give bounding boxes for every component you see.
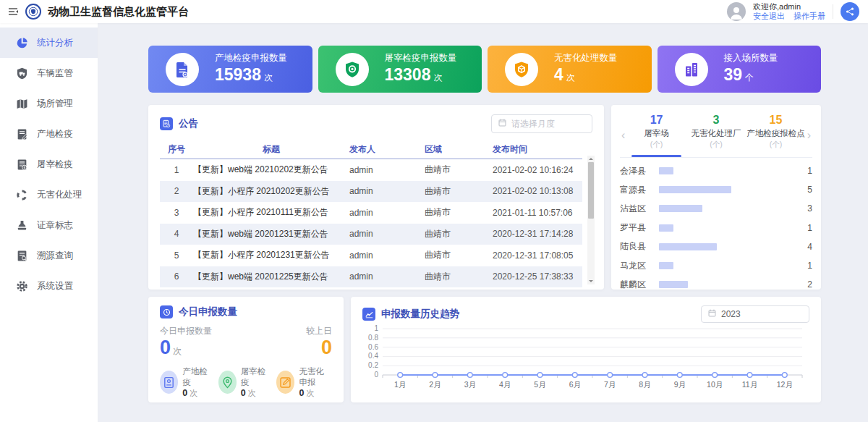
table-cell: 【更新】小程序 20210202更新公告 [193, 185, 349, 198]
sidebar-item[interactable]: 统计分析 [0, 28, 98, 58]
facility-tab[interactable]: 15产地检疫报检点(个) [746, 114, 805, 157]
stat-card-label: 接入场所数量 [724, 53, 778, 64]
month-picker[interactable] [491, 114, 592, 133]
table-cell: 2020-12-25 17:38:33 [493, 271, 582, 282]
column-header: 标题 [193, 143, 349, 156]
year-picker[interactable] [701, 305, 809, 323]
facility-tab[interactable]: 17屠宰场(个) [626, 114, 686, 157]
sidebar-item[interactable]: 产地检疫 [0, 119, 98, 149]
notice-document-icon [160, 117, 173, 130]
sidebar-item[interactable]: 溯源查询 [0, 240, 98, 271]
stamp-icon [16, 219, 28, 232]
facility-tab-label: 屠宰场 [626, 128, 686, 139]
divider [620, 157, 812, 158]
collapse-menu-icon[interactable] [7, 6, 19, 17]
logout-link[interactable]: 安全退出 [753, 12, 785, 21]
certificate-icon [160, 371, 178, 394]
svg-text:3月: 3月 [464, 380, 476, 389]
sidebar-item-label: 车辆监管 [37, 67, 73, 80]
today-panel: 今日申报数量 今日申报数量 0次 较上日 0 产地检疫0次屠宰检疫0次无害化申报… [148, 297, 344, 402]
table-cell: 4 [160, 229, 193, 239]
table-cell: 【更新】web端 20201231更新公告 [193, 228, 349, 240]
sidebar-item-label: 系统设置 [37, 280, 73, 292]
buildings-icon [675, 53, 708, 86]
svg-text:1月: 1月 [394, 380, 406, 389]
today-item: 产地检疫0次 [160, 366, 209, 399]
prev-arrow-icon[interactable]: ‹ [620, 130, 626, 141]
header-divider [833, 4, 833, 19]
today-item: 屠宰检疫0次 [218, 366, 268, 399]
table-row[interactable]: 6【更新】web端 20201225更新公告admin曲靖市2020-12-25… [160, 266, 582, 288]
clock-icon [160, 305, 173, 318]
calendar-icon [707, 308, 717, 321]
manual-link[interactable]: 操作手册 [793, 12, 825, 21]
county-row: 富源县5 [620, 180, 812, 199]
share-network-icon[interactable] [841, 2, 859, 21]
table-cell: 【更新】web端 20210202更新公告 [193, 164, 349, 176]
month-input[interactable] [511, 119, 586, 129]
recycle-icon [16, 189, 28, 201]
sidebar-item[interactable]: 屠宰检疫 [0, 149, 98, 180]
svg-text:5月: 5月 [534, 380, 545, 389]
table-cell: 【更新】小程序 20210111更新公告 [193, 206, 349, 219]
sidebar-item[interactable]: 车辆监管 [0, 58, 98, 88]
table-row[interactable]: 1【更新】web端 20210202更新公告admin曲靖市2021-02-02… [160, 159, 582, 181]
stat-card-label: 产地检疫申报数量 [215, 53, 287, 64]
county-row: 沾益区3 [620, 199, 812, 218]
county-bar [659, 224, 673, 232]
stat-card-value: 39个 [724, 64, 778, 85]
table-row[interactable]: 2【更新】小程序 20210202更新公告admin曲靖市2021-02-02 … [160, 181, 582, 203]
table-cell: 6 [160, 271, 193, 282]
sidebar-item[interactable]: 场所管理 [0, 88, 98, 119]
announcements-panel: 公告 序号标题发布人区域发布时间1【更新】web端 20210202更新公告ad… [148, 105, 604, 290]
location-pin-icon [218, 371, 237, 394]
svg-text:9月: 9月 [674, 380, 686, 389]
sidebar-item-label: 屠宰检疫 [37, 159, 73, 171]
sidebar-item[interactable]: 证章标志 [0, 210, 98, 240]
document-up-icon [16, 159, 28, 171]
next-arrow-icon[interactable]: › [806, 130, 812, 141]
sidebar-item-label: 无害化处理 [37, 189, 82, 201]
stat-card-label: 无害化处理数量 [554, 53, 618, 64]
svg-text:11月: 11月 [742, 380, 757, 389]
table-cell: admin [349, 250, 425, 261]
facility-tab[interactable]: 3无害化处理厂(个) [686, 114, 746, 157]
scroll-down-arrow[interactable] [589, 280, 593, 282]
facility-tabs: 17屠宰场(个)3无害化处理厂(个)15产地检疫报检点(个) [626, 114, 805, 157]
table-scrollbar[interactable] [587, 156, 595, 284]
stat-card: 产地检疫申报数量15938次 [148, 46, 312, 93]
shield-box-icon [505, 53, 538, 86]
announcements-table: 序号标题发布人区域发布时间1【更新】web端 20210202更新公告admin… [160, 140, 582, 287]
facility-tab-value: 3 [686, 114, 746, 127]
facility-tab-unit: (个) [686, 140, 746, 150]
sidebar-item[interactable]: 系统设置 [0, 271, 98, 301]
welcome-text: 欢迎你,admin [753, 2, 825, 12]
stat-card: 接入场所数量39个 [658, 46, 822, 93]
table-row[interactable]: 4【更新】web端 20201231更新公告admin曲靖市2020-12-31… [160, 224, 582, 245]
facility-tab-unit: (个) [626, 140, 686, 150]
county-value: 1 [799, 223, 812, 233]
table-row[interactable]: 5【更新】小程序 20201231更新公告admin曲靖市2020-12-31 … [160, 245, 582, 266]
county-row: 罗平县1 [620, 219, 812, 237]
table-cell: 曲靖市 [425, 185, 493, 198]
today-items-row: 产地检疫0次屠宰检疫0次无害化申报0次 [160, 366, 332, 399]
svg-text:10月: 10月 [707, 380, 723, 389]
today-item-value: 0次 [182, 388, 208, 399]
table-cell: 2020-12-31 17:08:05 [493, 250, 582, 261]
table-cell: admin [349, 271, 425, 282]
sidebar-item[interactable]: 无害化处理 [0, 180, 98, 210]
stat-card: 屠宰检疫申报数量13308次 [318, 46, 482, 93]
table-cell: 2021-02-02 10:13:08 [493, 186, 582, 196]
scroll-thumb[interactable] [588, 162, 594, 219]
avatar-icon[interactable] [727, 2, 746, 21]
today-item-label: 屠宰检疫 [241, 366, 267, 388]
sidebar-item-label: 证章标志 [37, 219, 73, 232]
svg-text:7月: 7月 [604, 380, 616, 389]
county-name: 马龙区 [620, 260, 656, 272]
table-row[interactable]: 3【更新】小程序 20210111更新公告admin曲靖市2021-01-11 … [160, 202, 582, 224]
year-input[interactable] [721, 309, 803, 319]
table-cell: 3 [160, 208, 193, 218]
scroll-up-arrow[interactable] [589, 158, 593, 160]
county-bar [659, 186, 731, 193]
table-cell: admin [349, 229, 425, 239]
